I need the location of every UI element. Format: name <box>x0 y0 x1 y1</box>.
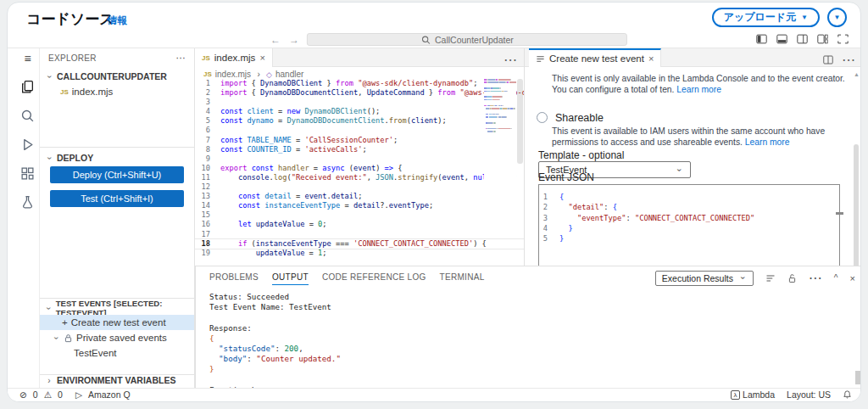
code-line[interactable]: 7const TABLE_NAME = 'CallSessionCounter'… <box>195 136 524 145</box>
code-line[interactable]: 15 <box>195 210 524 220</box>
minimap[interactable] <box>484 79 516 215</box>
collapse-header-button[interactable]: ▼ <box>827 8 847 27</box>
test-flask-icon[interactable] <box>20 195 35 210</box>
json-editor-scroll-mark[interactable] <box>836 212 843 215</box>
more-actions-icon[interactable]: ⋯ <box>842 52 855 68</box>
split-editor-icon[interactable] <box>823 55 833 64</box>
output-channel-select[interactable]: Execution Results › <box>655 271 754 286</box>
tab-code-reference-log[interactable]: CODE REFERENCE LOG <box>322 272 426 285</box>
amazon-q-status[interactable]: Amazon Q <box>88 389 131 400</box>
code-line[interactable]: { <box>209 333 854 344</box>
shareable-radio[interactable] <box>537 112 548 123</box>
lambda-status[interactable]: λLambda <box>731 389 775 400</box>
code-line[interactable]: 4const client = new DynamoDBClient(); <box>195 107 524 116</box>
code-line[interactable]: 14 const instanceEventType = detail?.eve… <box>195 201 524 210</box>
code-line[interactable]: 3 <box>195 98 524 107</box>
info-link[interactable]: 情報 <box>108 14 127 27</box>
code-line[interactable] <box>209 312 854 322</box>
learn-more-link[interactable]: Learn more <box>745 137 790 147</box>
tab-create-new-test-event[interactable]: Create new test event × <box>529 48 661 67</box>
back-icon[interactable]: ← <box>270 34 281 46</box>
tab-problems[interactable]: PROBLEMS <box>209 272 259 285</box>
code-line[interactable]: } <box>209 364 854 374</box>
create-new-test-event-item[interactable]: + Create new test event <box>40 315 194 330</box>
code-line[interactable]: 12 <box>195 182 524 192</box>
deploy-button[interactable]: Deploy (Ctrl+Shift+U) <box>50 166 184 183</box>
code-line[interactable]: Status: Succeeded <box>209 292 854 302</box>
code-line[interactable]: "statusCode": 200, <box>209 344 854 354</box>
upload-from-button[interactable]: アップロード元 ▼ <box>712 8 820 27</box>
code-line[interactable]: 5const dynamo = DynamoDBDocumentClient.f… <box>195 116 524 126</box>
extensions-icon[interactable] <box>20 166 35 181</box>
code-line[interactable]: 5} <box>539 233 839 244</box>
breadcrumb-symbol[interactable]: handler <box>275 70 303 79</box>
code-line[interactable]: 17 <box>195 230 524 239</box>
code-line[interactable]: 19 updateValue = 1; <box>195 249 524 258</box>
code-line[interactable]: 9 <box>195 154 524 164</box>
code-line[interactable] <box>209 375 854 385</box>
learn-more-link[interactable]: Learn more <box>676 85 721 94</box>
more-actions-icon[interactable]: ⋯ <box>809 270 822 286</box>
close-icon[interactable]: × <box>259 53 264 63</box>
deploy-section-header[interactable]: › DEPLOY <box>40 150 194 165</box>
output-scrollbar[interactable] <box>855 371 860 384</box>
run-debug-icon[interactable] <box>20 137 35 152</box>
section-divider[interactable] <box>40 147 194 148</box>
tab-indexmjs[interactable]: JS index.mjs × <box>195 48 273 67</box>
code-line[interactable]: 13 const detail = event.detail; <box>195 192 524 201</box>
code-line[interactable]: "body": "Counter updated." <box>209 354 854 364</box>
customize-layout-icon[interactable] <box>817 34 828 44</box>
code-line[interactable]: 2import { DynamoDBDocumentClient, Update… <box>195 88 524 98</box>
code-editor[interactable]: 1import { DynamoDBClient } from "@aws-sd… <box>195 79 524 266</box>
warning-icon[interactable]: ⚠ <box>44 389 52 400</box>
environment-variables-section-header[interactable]: › ENVIRONMENT VARIABLES <box>40 373 194 388</box>
maximize-icon[interactable] <box>837 34 849 44</box>
code-line[interactable]: 11 console.log("Received event:", JSON.s… <box>195 173 524 182</box>
forward-icon[interactable]: → <box>288 34 300 46</box>
editor-scrollbar[interactable] <box>517 79 523 164</box>
code-line[interactable]: 2 "detail": { <box>539 202 839 212</box>
code-line[interactable]: Response: <box>209 323 854 333</box>
error-count[interactable]: 0 <box>33 389 38 400</box>
private-saved-events-group[interactable]: › Private saved events <box>40 330 194 345</box>
code-line[interactable]: Test Event Name: TestEvent <box>209 302 854 312</box>
output-log[interactable]: Status: SucceededTest Event Name: TestEv… <box>209 292 854 389</box>
test-button[interactable]: Test (Ctrl+Shift+I) <box>50 190 184 207</box>
code-line[interactable]: 1import { DynamoDBClient } from "@aws-sd… <box>195 79 524 88</box>
command-search-input[interactable]: CallCounterUpdater <box>307 33 627 46</box>
breadcrumb[interactable]: JS index.mjs › ◇ handler <box>203 70 303 79</box>
keyboard-layout-status[interactable]: Layout: US <box>787 389 831 400</box>
code-line[interactable]: 4 } <box>539 223 839 233</box>
scroll-up-icon[interactable]: ▲ <box>854 71 860 77</box>
saved-event-item[interactable]: TestEvent <box>40 345 194 361</box>
project-root-row[interactable]: › CALLCOUNTERUPDATER <box>40 69 194 84</box>
close-icon[interactable]: × <box>648 53 654 64</box>
code-line[interactable]: 16 let updateValue = 0; <box>195 220 524 229</box>
panel-scrollbar[interactable] <box>854 144 859 278</box>
warning-count[interactable]: 0 <box>58 389 63 400</box>
tab-terminal[interactable]: TERMINAL <box>440 272 485 285</box>
editor-actions-more-icon[interactable]: ⋯ <box>504 52 517 68</box>
tab-output[interactable]: OUTPUT <box>272 272 309 285</box>
test-events-section-header[interactable]: › TEST EVENTS [SELECTED: TESTEVENT] <box>40 300 194 316</box>
breadcrumb-file[interactable]: index.mjs <box>215 70 251 79</box>
code-line[interactable]: 8const COUNTER_ID = 'activeCalls'; <box>195 145 524 154</box>
menu-icon[interactable]: ≡ <box>24 52 31 65</box>
search-view-icon[interactable] <box>20 109 35 123</box>
code-line[interactable]: 3 "eventType": "CONNECT_CONTACT_CONNECTE… <box>539 213 839 223</box>
explorer-more-icon[interactable]: ⋯ <box>176 52 186 64</box>
toggle-sidebar-icon[interactable] <box>756 34 767 44</box>
code-line[interactable]: 1{ <box>539 192 839 202</box>
unlock-icon[interactable] <box>787 273 797 283</box>
play-icon[interactable]: ▷ <box>75 389 82 400</box>
no-errors-icon[interactable]: ⊘ <box>19 389 27 400</box>
maximize-panel-icon[interactable]: ^ <box>834 273 838 283</box>
code-line[interactable]: 18 if (instanceEventType === 'CONNECT_CO… <box>195 239 524 249</box>
toggle-panel-icon[interactable] <box>776 34 787 44</box>
clear-output-icon[interactable] <box>765 273 776 283</box>
explorer-icon[interactable] <box>20 80 35 94</box>
notifications-bell-icon[interactable] <box>843 389 852 400</box>
code-line[interactable]: 10export const handler = async (event) =… <box>195 164 524 173</box>
close-panel-icon[interactable]: × <box>850 273 855 283</box>
file-row-indexmjs[interactable]: JS index.mjs <box>40 84 194 99</box>
